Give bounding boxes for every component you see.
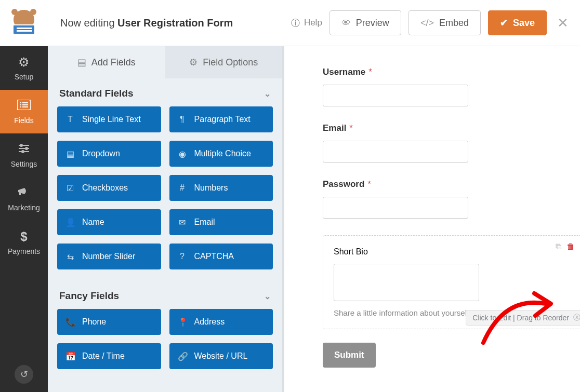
field-label: Paragraph Text [194,115,251,124]
field-label: Multiple Choice [194,149,251,158]
radio-icon: ◉ [178,149,187,159]
section-fancy-fields[interactable]: Fancy Fields ⌄ [48,281,282,309]
hint-text: Click to Edit | Drag to Reorder [472,314,569,322]
required-indicator: * [368,67,372,77]
field-captcha[interactable]: ?CAPTCHA [169,244,273,269]
tab-field-options[interactable]: ⚙ Field Options [165,46,283,78]
preview-button[interactable]: 👁 Preview [329,10,401,35]
field-date-time[interactable]: 📅Date / Time [57,343,161,369]
required-indicator: * [367,179,371,189]
top-actions: ⓘ Help 👁 Preview </> Embed ✔ Save ✕ [291,10,580,35]
eye-icon: 👁 [341,18,351,29]
help-icon: ⓘ [291,17,300,29]
sidebar-item-payments[interactable]: $ Payments [0,221,48,264]
standard-fields-grid: TSingle Line Text ¶Paragraph Text ▤Dropd… [48,106,282,281]
person-icon: 👤 [65,218,75,227]
sidebar-item-label: Payments [8,247,40,255]
section-standard-fields[interactable]: Standard Fields ⌄ [48,78,282,106]
dropdown-icon: ▤ [65,149,75,159]
edit-hint-badge: Click to Edit | Drag to Reorder ⓧ [466,310,580,326]
text-input[interactable] [323,141,468,163]
text-icon: T [65,115,75,124]
field-single-line-text[interactable]: TSingle Line Text [57,106,161,132]
field-label: Username* [323,67,562,77]
section-title: Fancy Fields [59,290,119,302]
textarea-input[interactable] [334,264,479,301]
sidebar-item-settings[interactable]: Settings [0,133,48,177]
preview-label: Preview [356,18,389,29]
field-paragraph-text[interactable]: ¶Paragraph Text [169,106,273,132]
field-label: Name [82,218,104,227]
close-icon[interactable]: ⓧ [573,313,580,322]
form-field-email[interactable]: Email* [323,123,562,163]
text-input[interactable] [323,197,468,219]
link-icon: 🔗 [178,352,187,361]
field-checkboxes[interactable]: ☑Checkboxes [57,175,161,201]
field-name[interactable]: 👤Name [57,209,161,235]
help-link[interactable]: ⓘ Help [291,17,322,29]
tab-add-fields[interactable]: ▤ Add Fields [48,46,165,78]
duplicate-icon[interactable]: ⧉ [556,242,561,251]
svg-point-12 [22,151,24,153]
svg-rect-13 [19,192,21,195]
field-multiple-choice[interactable]: ◉Multiple Choice [169,141,273,167]
dollar-icon: $ [20,229,27,244]
pin-icon: 📍 [178,317,187,327]
field-label: Phone [82,317,106,327]
history-button[interactable]: ↺ [15,365,33,384]
field-number-slider[interactable]: ⇆Number Slider [57,244,161,269]
save-button[interactable]: ✔ Save [488,10,547,35]
question-icon: ? [178,252,187,261]
panel-body[interactable]: Standard Fields ⌄ TSingle Line Text ¶Par… [48,78,282,392]
calendar-icon: 📅 [65,352,75,361]
submit-button[interactable]: Submit [323,343,376,368]
field-phone[interactable]: 📞Phone [57,309,161,335]
top-bar: Now editing User Registration Form ⓘ Hel… [0,0,580,46]
envelope-icon: ✉ [178,218,187,227]
app-logo [0,10,48,36]
fields-panel: ▤ Add Fields ⚙ Field Options Standard Fi… [48,46,284,392]
field-label: Date / Time [82,352,125,361]
field-label: Single Line Text [82,115,141,124]
field-label: Password* [323,179,562,190]
sidebar-item-label: Marketing [8,204,39,212]
close-icon[interactable]: ✕ [554,15,572,31]
field-label: Email* [323,123,562,133]
sidebar-item-fields[interactable]: Fields [0,90,48,133]
field-email[interactable]: ✉Email [169,209,273,235]
trash-icon[interactable]: 🗑 [566,242,575,251]
field-label: Address [194,317,225,327]
page-title: Now editing User Registration Form [48,17,291,29]
sliders-icon: ⚙ [189,57,197,68]
form-field-password[interactable]: Password* [323,179,562,219]
grid-icon: ▤ [77,57,86,68]
sidebar-item-label: Setup [15,73,34,81]
svg-point-8 [20,144,22,146]
tab-label: Field Options [203,57,258,68]
form-field-short-bio[interactable]: ⧉ 🗑 Short Bio Share a little information… [323,235,580,329]
field-dropdown[interactable]: ▤Dropdown [57,141,161,167]
sidebar-item-marketing[interactable]: Marketing [0,177,48,221]
required-indicator: * [349,123,353,133]
slider-icon: ⇆ [65,252,75,262]
sidebar-item-setup[interactable]: ⚙ Setup [0,46,48,90]
list-icon [17,99,31,113]
paragraph-icon: ¶ [178,115,187,124]
editing-prefix: Now editing [60,17,115,29]
embed-button[interactable]: </> Embed [408,10,481,35]
help-label: Help [304,18,322,28]
field-address[interactable]: 📍Address [169,309,273,335]
field-label: Website / URL [194,352,248,361]
sidebar-item-label: Fields [14,116,33,125]
tab-label: Add Fields [91,57,136,68]
form-name: User Registration Form [117,17,233,29]
sidebar-footer: ↺ [0,365,48,384]
form-preview: Username* Email* Password* ⧉ 🗑 Short Bio… [286,46,580,392]
text-input[interactable] [323,85,468,106]
field-label: Checkboxes [82,183,128,193]
field-numbers[interactable]: #Numbers [169,175,273,201]
field-website-url[interactable]: 🔗Website / URL [169,343,273,369]
history-icon: ↺ [20,369,28,380]
form-field-username[interactable]: Username* [323,67,562,106]
phone-icon: 📞 [65,317,75,327]
